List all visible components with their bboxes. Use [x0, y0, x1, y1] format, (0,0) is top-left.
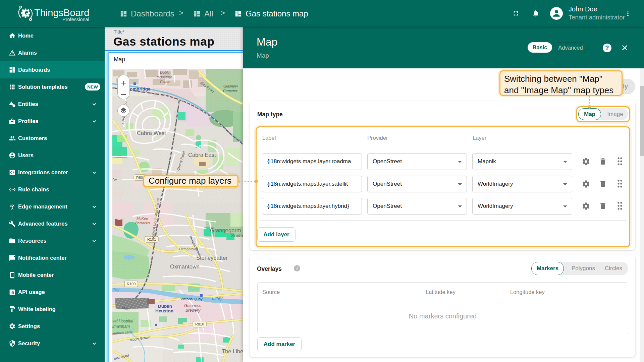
svg-text:Industrial: Industrial: [157, 75, 172, 79]
svg-text:Guinness: Guinness: [184, 303, 201, 308]
svg-text:Estate: Estate: [160, 80, 170, 84]
svg-text:Grangegorm: Grangegorm: [210, 227, 241, 233]
svg-text:Brewery: Brewery: [185, 308, 201, 313]
svg-text:Stoneybatter: Stoneybatter: [196, 255, 228, 261]
svg-text:Cemeter: Cemeter: [223, 89, 238, 93]
svg-text:ffey: ffey: [112, 287, 120, 292]
svg-text:R80: R80: [136, 176, 143, 180]
svg-text:Cabra East: Cabra East: [188, 152, 216, 158]
svg-text:val Hospital: val Hospital: [112, 319, 133, 323]
svg-text:R109: R109: [127, 282, 136, 286]
svg-text:lmainham: lmainham: [112, 324, 130, 329]
svg-text:Glasnevi: Glasnevi: [223, 84, 238, 88]
svg-text:Oxmantown: Oxmantown: [170, 263, 200, 269]
svg-text:McKee: McKee: [137, 217, 148, 221]
svg-text:Smithfie: Smithfie: [231, 233, 243, 238]
svg-text:ombridge: ombridge: [130, 86, 151, 92]
svg-text:Victoria Quay: Victoria Quay: [180, 297, 203, 301]
svg-text:Cabra West: Cabra West: [137, 130, 166, 136]
svg-text:Barracks: Barracks: [135, 221, 150, 225]
svg-text:Heuston: Heuston: [155, 308, 173, 313]
svg-text:R810: R810: [195, 322, 204, 326]
svg-text:Dublin: Dublin: [160, 70, 170, 74]
svg-text:The Libe: The Libe: [222, 348, 243, 354]
svg-text:Dublin: Dublin: [158, 304, 172, 309]
svg-text:Liffey: Liffey: [212, 296, 223, 301]
